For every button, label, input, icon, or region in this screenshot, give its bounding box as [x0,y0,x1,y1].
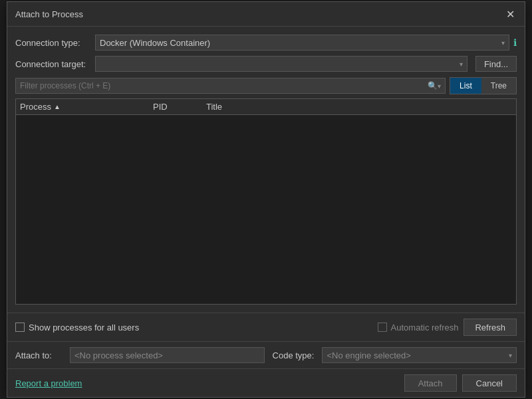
attach-to-value: <No process selected> [70,347,265,363]
title-column-label: Title [206,102,222,112]
title-bar: Attach to Process ✕ [7,2,525,27]
dialog-title: Attach to Process [15,9,83,19]
info-icon[interactable]: ℹ [513,37,517,48]
attach-to-row: Attach to: <No process selected> Code ty… [7,341,525,368]
refresh-button[interactable]: Refresh [464,319,517,336]
connection-type-arrow-icon: ▾ [501,39,505,47]
code-type-label: Code type: [273,350,315,360]
auto-refresh-container: Automatic refresh [378,323,459,332]
process-column-label: Process [20,102,51,112]
report-problem-link[interactable]: Report a problem [15,378,82,388]
connection-target-label: Connection target: [15,59,95,69]
show-all-label: Show processes for all users [29,323,139,332]
filter-input[interactable] [20,81,428,90]
close-button[interactable]: ✕ [503,7,517,21]
attach-to-process-dialog: Attach to Process ✕ Connection type: Doc… [7,1,525,398]
attach-button[interactable]: Attach [404,374,457,392]
column-title: Title [206,102,512,112]
connection-target-row: Connection target: ▾ Find... [15,56,517,72]
connection-type-dropdown[interactable]: Docker (Windows Container) ▾ [95,35,509,51]
connection-target-arrow-icon: ▾ [460,61,463,68]
table-body [16,115,516,301]
column-process: Process ▲ [20,102,153,112]
filter-dropdown-arrow-icon[interactable]: ▾ [438,82,441,90]
footer-buttons: Attach Cancel [404,374,517,392]
connection-type-row: Connection type: Docker (Windows Contain… [15,35,517,51]
connection-type-label: Connection type: [15,38,95,48]
pid-column-label: PID [153,102,168,112]
bottom-bar: Show processes for all users Automatic r… [7,313,525,341]
auto-refresh-checkbox[interactable] [378,323,387,332]
footer-row: Report a problem Attach Cancel [7,368,525,397]
attach-to-label: Attach to: [15,350,62,360]
connection-type-combo-container: Docker (Windows Container) ▾ ℹ [95,35,517,51]
attach-to-text: <No process selected> [74,350,163,360]
connection-target-dropdown[interactable]: ▾ [95,56,467,72]
table-header: Process ▲ PID Title [16,99,516,115]
view-toggle: List Tree [450,77,517,94]
find-button[interactable]: Find... [475,56,517,72]
tree-view-button[interactable]: Tree [481,78,516,94]
process-table: Process ▲ PID Title [15,98,517,305]
connection-target-combo-container: ▾ Find... [95,56,517,72]
code-type-arrow-icon: ▾ [509,352,512,359]
search-icon: 🔍 [428,81,438,90]
filter-input-container: 🔍 ▾ [15,78,446,94]
show-all-row: Show processes for all users [15,323,139,332]
connection-type-value: Docker (Windows Container) [100,38,210,48]
auto-refresh-label: Automatic refresh [391,323,459,332]
show-all-checkbox[interactable] [15,323,25,332]
sort-arrow-icon: ▲ [54,103,61,110]
code-type-value: <No engine selected> [327,350,410,360]
dialog-body: Connection type: Docker (Windows Contain… [7,27,525,313]
refresh-row: Automatic refresh Refresh [378,319,517,336]
list-view-button[interactable]: List [450,78,481,94]
column-pid: PID [153,102,206,112]
filter-row: 🔍 ▾ List Tree [15,77,517,94]
code-type-dropdown[interactable]: <No engine selected> ▾ [322,347,517,363]
cancel-button[interactable]: Cancel [462,374,517,392]
